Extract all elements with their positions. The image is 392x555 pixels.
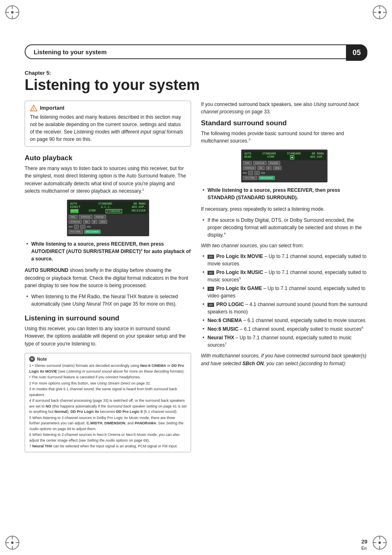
main-content: Chapter 5: Listening to your system ! Im… [25, 70, 367, 510]
page-num-value: 29 [362, 539, 367, 545]
mode-item-2: DD Pro Logic IIx MUSIC – Up to 7.1 chann… [201, 269, 367, 283]
note-line-1: 1 • Stereo surround (matrix) formats are… [29, 363, 187, 374]
note-header: N Note [29, 356, 187, 363]
svg-point-19 [378, 541, 381, 544]
display-screen-right: AUTOSTANDARDSTANDARDBD MANU HEADSTRM■ADV… [243, 151, 326, 160]
receiver-image-right: AUTOSTANDARDSTANDARDBD MANU HEADSTRM■ADV… [201, 148, 367, 182]
multichannel-note: With multichannel sources, if you have c… [201, 352, 367, 367]
btn-b1: B1 [83, 220, 90, 224]
mode-item-5: Neo:6 CINEMA – 6.1 channel sound, especi… [201, 317, 367, 324]
dd-icon-1: DD [208, 255, 214, 259]
header-bar: Listening to your system 05 [25, 44, 367, 59]
svg-text:!: ! [33, 107, 35, 111]
mode-item-6: Neo:6 MUSIC – 6.1 channel sound, especia… [201, 325, 367, 333]
press-repeatedly-text: If necessary, press repeatedly to select… [201, 205, 367, 213]
important-header: ! Important [30, 104, 186, 112]
header-title: Listening to your system [34, 48, 107, 55]
right-intro-text: If you connected surround back speakers,… [201, 101, 367, 116]
note-line-2: • The Auto Surround feature is canceled … [29, 375, 187, 380]
auto-press-bullet: While listening to a source, press RECEI… [25, 240, 191, 263]
note-line-4: 3 In modes that give 6.1 channel sound, … [29, 387, 187, 398]
fm-link: Using Neural THX [72, 301, 112, 307]
standard-press-instruction: While listening to a source, press RECEI… [201, 187, 367, 201]
page-lang: En [362, 546, 367, 550]
corner-decoration-br [371, 534, 388, 551]
important-label: Important [40, 105, 65, 111]
auto-surround-text: AUTO SURROUND shows briefly in the displ… [25, 267, 191, 290]
btn-tail2: TAIL [243, 161, 252, 165]
dd-icon-4: DD [208, 303, 214, 307]
btn-tv-ctrl: TV CTRL [69, 230, 83, 234]
mode-item-1: DD Pro Logic IIx MOVIE – Up to 7.1 chann… [201, 253, 367, 267]
btn-afe: AFE [99, 220, 108, 224]
svg-point-13 [11, 541, 14, 544]
sbch-label: SBch ON [242, 361, 264, 366]
listening-surround-text: Using this receiver, you can listen to a… [25, 325, 191, 348]
btn-status: STATUS [79, 215, 92, 219]
fm-note-bullet: When listening to the FM Radio, the Neur… [25, 293, 191, 308]
listening-surround-heading: Listening in surround sound [25, 314, 191, 322]
note-box: N Note 1 • Stereo surround (matrix) form… [25, 353, 191, 452]
dolby-digital-note: If the source is Dolby Digital, DTS, or … [201, 216, 367, 239]
corner-decoration-tr [371, 4, 388, 21]
corner-decoration-bl [4, 534, 21, 551]
chapter-label: Chapter 5: [25, 70, 367, 76]
note-line-8: 7 Neural THX can be selected when the in… [29, 444, 187, 449]
chapter-main-title: Listening to your system [25, 77, 367, 93]
note-label: Note [37, 356, 47, 363]
btn-b12: B1 [257, 166, 264, 170]
important-box: ! Important The listening modes and many… [25, 101, 191, 147]
svg-point-1 [11, 11, 14, 14]
btn-empty3 [243, 172, 247, 174]
standard-surround-text: The following modes provide basic surrou… [201, 130, 367, 145]
two-column-layout: ! Important The listening modes and many… [25, 101, 367, 452]
mode-label-4: PRO LOGIC [216, 302, 244, 307]
auto-playback-text: There are many ways to listen back to so… [25, 165, 191, 195]
standard-press-text: While listening to a source, press RECEI… [208, 187, 340, 200]
mode-label-3: Pro Logic IIx GAME [216, 286, 262, 291]
btn-status4: STATUS [243, 166, 256, 170]
btn-phase: PHASE [94, 215, 106, 219]
note-line-7: 6 When listening to 2-channel sources in… [29, 432, 187, 443]
page-number: 29 En [362, 539, 367, 551]
mode-item-3: DD Pro Logic IIx GAME – Up to 7.1 channe… [201, 285, 367, 299]
mode-label-2: Pro Logic IIx MUSIC [216, 269, 263, 275]
btn-empty2 [87, 226, 91, 228]
mode-label-1: Pro Logic IIx MOVIE [216, 253, 263, 259]
two-channel-label: With two channel sources, you can select… [201, 242, 367, 250]
note-line-5: 4 If surround back channel processing (p… [29, 398, 187, 415]
btn-tail: TAIL [69, 215, 78, 219]
btn-b2: B [266, 166, 272, 170]
btn-status3: STATUS [253, 161, 267, 165]
btn-receiver-green2: RECEIVER [258, 176, 275, 180]
mode-label-5: Neo:6 CINEMA [208, 318, 242, 323]
btn-plus2: + [254, 171, 260, 175]
note-line-3: 2 For more options using this button, se… [29, 381, 187, 387]
auto-playback-heading: Auto playback [25, 154, 191, 162]
btn-minus: - [74, 225, 79, 229]
auto-press-instruction: While listening to a source, press RECEI… [25, 240, 191, 263]
surround-back-link: Using surround back channel processing [201, 101, 359, 115]
warning-icon: ! [30, 104, 37, 112]
important-text: The listening modes and many features de… [30, 113, 186, 143]
modes-list: DD Pro Logic IIx MOVIE – Up to 7.1 chann… [201, 253, 367, 349]
btn-phase2: PHASE [268, 161, 280, 165]
btn-empty1 [69, 226, 73, 228]
important-link: Listening modes with different input sig… [74, 129, 183, 135]
dd-icon-2: DD [208, 271, 214, 275]
btn-receiver-green: RECEIVER [84, 230, 101, 234]
auto-surround-label: AUTO SURROUND [25, 267, 68, 273]
svg-point-7 [378, 11, 381, 14]
btn-tv-ctrl2: TV CTRL [243, 176, 257, 180]
corner-decoration-tl [4, 4, 21, 21]
btn-plus: + [80, 225, 86, 229]
display-screen-left: AUTOSTANDARDBD MANU DIRECTA.C.C.ADV.EXP.… [69, 201, 148, 214]
btn-empty4 [261, 172, 265, 174]
btn-status2: STATUS [69, 220, 82, 224]
two-channel-italic: With two channel sources [201, 243, 257, 249]
dd-icon-3: DD [208, 287, 214, 291]
auto-press-text: While listening to a source, press RECEI… [31, 241, 191, 262]
right-column: If you connected surround back speakers,… [201, 101, 367, 452]
chapter-number: 05 [346, 44, 367, 61]
mode-label-7: Neural THX [208, 335, 234, 341]
